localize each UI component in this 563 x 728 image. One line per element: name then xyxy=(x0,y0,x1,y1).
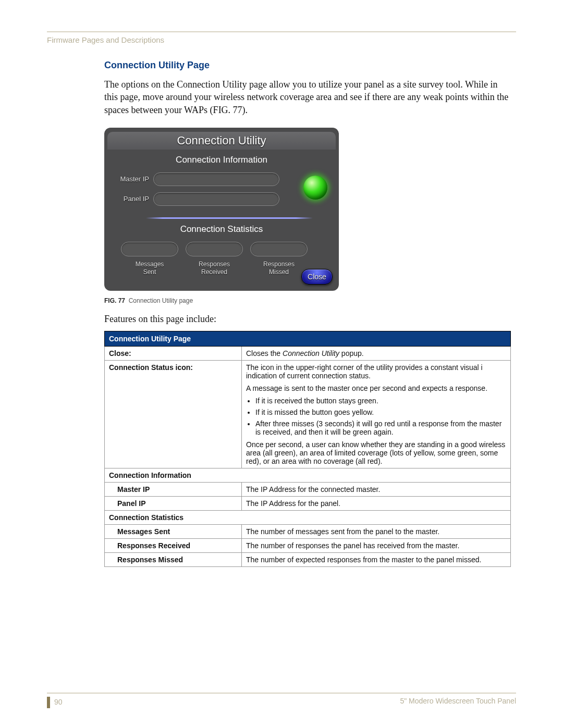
panel-title: Connection Utility xyxy=(107,132,336,150)
figure-number: FIG. 77 xyxy=(104,297,125,304)
responses-received-label: Responses Received xyxy=(186,261,243,276)
intro-paragraph: The options on the Connection Utility pa… xyxy=(104,78,511,116)
table-row: Responses Missed The number of expected … xyxy=(105,552,511,566)
table-row: Master IP The IP Address for the connect… xyxy=(105,482,511,496)
responses-received-row-desc: The number of responses the panel has re… xyxy=(242,538,511,552)
table-row: Close: Closes the Connection Utility pop… xyxy=(105,346,511,360)
master-ip-row-label: Master IP xyxy=(105,482,242,496)
conn-stats-section: Connection Statistics xyxy=(105,510,511,524)
table-row: Panel IP The IP Address for the panel. xyxy=(105,496,511,510)
divider xyxy=(146,217,313,219)
master-ip-row-desc: The IP Address for the connected master. xyxy=(242,482,511,496)
master-ip-label: Master IP xyxy=(112,175,153,183)
table-header: Connection Utility Page xyxy=(105,331,511,346)
responses-received-field xyxy=(186,242,243,256)
conn-info-section: Connection Information xyxy=(105,468,511,482)
page-number: 90 xyxy=(47,697,63,708)
master-ip-field[interactable] xyxy=(153,172,279,186)
status-led-icon xyxy=(303,176,327,200)
breadcrumb: Firmware Pages and Descriptions xyxy=(47,35,516,44)
responses-missed-row-desc: The number of expected responses from th… xyxy=(242,552,511,566)
spec-table: Connection Utility Page Close: Closes th… xyxy=(104,331,511,567)
responses-missed-field xyxy=(250,242,308,256)
messages-sent-row-label: Messages Sent xyxy=(105,524,242,538)
status-icon-label: Connection Status icon: xyxy=(105,360,242,468)
messages-sent-label: Messages Sent xyxy=(121,261,178,276)
responses-missed-label: Responses Missed xyxy=(250,261,308,276)
responses-received-row-label: Responses Received xyxy=(105,538,242,552)
table-row: Connection Statistics xyxy=(105,510,511,524)
table-row: Responses Received The number of respons… xyxy=(105,538,511,552)
close-label: Close: xyxy=(105,346,242,360)
responses-missed-row-label: Responses Missed xyxy=(105,552,242,566)
panel-ip-row-desc: The IP Address for the panel. xyxy=(242,496,511,510)
close-desc: Closes the Connection Utility popup. xyxy=(242,346,511,360)
panel-info-heading: Connection Information xyxy=(104,155,339,165)
figure-caption-text: Connection Utility page xyxy=(129,297,193,304)
table-row: Connection Status icon: The icon in the … xyxy=(105,360,511,468)
connection-utility-panel: Connection Utility Connection Informatio… xyxy=(104,128,339,291)
panel-ip-row-label: Panel IP xyxy=(105,496,242,510)
messages-sent-field xyxy=(121,242,178,256)
messages-sent-row-desc: The number of messages sent from the pan… xyxy=(242,524,511,538)
panel-ip-field[interactable] xyxy=(153,192,279,206)
table-row: Connection Information xyxy=(105,468,511,482)
panel-ip-label: Panel IP xyxy=(112,195,153,203)
footer-doc-title: 5" Modero Widescreen Touch Panel xyxy=(400,697,516,708)
section-title: Connection Utility Page xyxy=(104,60,511,71)
figure-caption: FIG. 77 Connection Utility page xyxy=(104,297,511,304)
panel-stats-heading: Connection Statistics xyxy=(104,224,339,235)
table-row: Messages Sent The number of messages sen… xyxy=(105,524,511,538)
close-button[interactable]: Close xyxy=(301,269,333,285)
status-icon-desc: The icon in the upper-right corner of th… xyxy=(242,360,511,468)
features-intro: Features on this page include: xyxy=(104,314,511,325)
